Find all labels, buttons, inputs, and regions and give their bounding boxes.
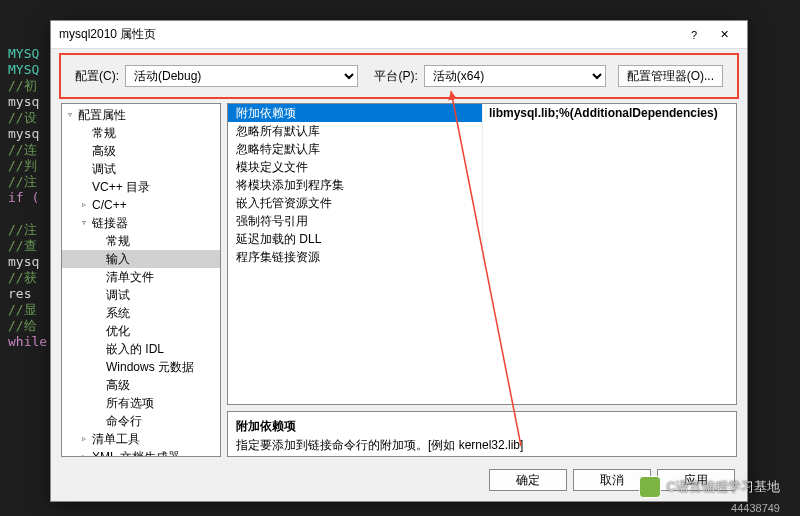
property-value[interactable] (483, 248, 736, 266)
platform-label: 平台(P): (374, 68, 417, 85)
property-value[interactable] (483, 176, 736, 194)
tree-item[interactable]: 输入 (62, 250, 220, 268)
titlebar: mysql2010 属性页 ? ✕ (51, 21, 747, 49)
property-list[interactable]: 附加依赖项libmysql.lib;%(AdditionalDependenci… (227, 103, 737, 405)
tree-item[interactable]: 高级 (62, 142, 220, 160)
tree-item[interactable]: 嵌入的 IDL (62, 340, 220, 358)
tree-item[interactable]: 清单文件 (62, 268, 220, 286)
tree-item-label: VC++ 目录 (92, 179, 150, 195)
category-tree[interactable]: ▿配置属性常规高级调试VC++ 目录▹C/C++▿链接器常规输入清单文件调试系统… (61, 103, 221, 457)
tree-item-label: 清单工具 (92, 431, 140, 447)
property-row[interactable]: 模块定义文件 (228, 158, 736, 176)
platform-select[interactable]: 活动(x64) (424, 65, 606, 87)
tree-item-label: 高级 (106, 377, 130, 393)
tree-item-label: 链接器 (92, 215, 128, 231)
tree-item[interactable]: ▿链接器 (62, 214, 220, 232)
tree-arrow-icon: ▿ (82, 215, 92, 231)
tree-item[interactable]: 调试 (62, 160, 220, 178)
tree-item-label: 调试 (92, 161, 116, 177)
property-name: 程序集链接资源 (228, 248, 483, 266)
help-button[interactable]: ? (679, 25, 709, 45)
tree-item-label: 命令行 (106, 413, 142, 429)
tree-item[interactable]: ▹C/C++ (62, 196, 220, 214)
tree-item[interactable]: 常规 (62, 124, 220, 142)
property-row[interactable]: 忽略特定默认库 (228, 140, 736, 158)
tree-item[interactable]: 所有选项 (62, 394, 220, 412)
tree-item[interactable]: ▹XML 文档生成器 (62, 448, 220, 457)
description-box: 附加依赖项 指定要添加到链接命令行的附加项。[例如 kernel32.lib] (227, 411, 737, 457)
property-name: 嵌入托管资源文件 (228, 194, 483, 212)
tree-item[interactable]: 常规 (62, 232, 220, 250)
watermark-text: C语言编程学习基地 (667, 478, 780, 496)
property-name: 附加依赖项 (228, 104, 483, 122)
property-value[interactable] (483, 158, 736, 176)
tree-item-label: 清单文件 (106, 269, 154, 285)
tree-item[interactable]: ▹清单工具 (62, 430, 220, 448)
property-value[interactable] (483, 194, 736, 212)
property-name: 强制符号引用 (228, 212, 483, 230)
tree-item-label: 常规 (106, 233, 130, 249)
property-name: 延迟加载的 DLL (228, 230, 483, 248)
tree-item-label: 系统 (106, 305, 130, 321)
property-row[interactable]: 将模块添加到程序集 (228, 176, 736, 194)
tree-item[interactable]: ▿配置属性 (62, 106, 220, 124)
property-value[interactable] (483, 140, 736, 158)
tree-item-label: XML 文档生成器 (92, 449, 180, 457)
tree-arrow-icon: ▿ (68, 107, 78, 123)
property-row[interactable]: 程序集链接资源 (228, 248, 736, 266)
property-row[interactable]: 嵌入托管资源文件 (228, 194, 736, 212)
property-value[interactable]: libmysql.lib;%(AdditionalDependencies) (483, 104, 736, 122)
tree-item-label: 嵌入的 IDL (106, 341, 164, 357)
tree-arrow-icon: ▹ (82, 431, 92, 447)
tree-item[interactable]: Windows 元数据 (62, 358, 220, 376)
property-value[interactable] (483, 212, 736, 230)
property-row[interactable]: 延迟加载的 DLL (228, 230, 736, 248)
config-label: 配置(C): (75, 68, 119, 85)
property-row[interactable]: 强制符号引用 (228, 212, 736, 230)
tree-item[interactable]: 系统 (62, 304, 220, 322)
tree-item-label: C/C++ (92, 197, 127, 213)
watermark: C语言编程学习基地 (639, 476, 780, 498)
property-value[interactable] (483, 230, 736, 248)
watermark-id: 44438749 (731, 502, 780, 514)
tree-item-label: 优化 (106, 323, 130, 339)
description-title: 附加依赖项 (236, 418, 728, 435)
close-button[interactable]: ✕ (709, 25, 739, 45)
property-name: 将模块添加到程序集 (228, 176, 483, 194)
tree-item-label: 常规 (92, 125, 116, 141)
tree-item[interactable]: 命令行 (62, 412, 220, 430)
tree-arrow-icon: ▹ (82, 449, 92, 457)
tree-item-label: 调试 (106, 287, 130, 303)
tree-item-label: 配置属性 (78, 107, 126, 123)
ok-button[interactable]: 确定 (489, 469, 567, 491)
tree-item[interactable]: 高级 (62, 376, 220, 394)
tree-item[interactable]: VC++ 目录 (62, 178, 220, 196)
tree-item[interactable]: 调试 (62, 286, 220, 304)
properties-dialog: mysql2010 属性页 ? ✕ 配置(C): 活动(Debug) 平台(P)… (50, 20, 748, 502)
property-name: 模块定义文件 (228, 158, 483, 176)
tree-item-label: 输入 (106, 251, 130, 267)
tree-item-label: Windows 元数据 (106, 359, 194, 375)
tree-item-label: 所有选项 (106, 395, 154, 411)
property-name: 忽略所有默认库 (228, 122, 483, 140)
property-row[interactable]: 附加依赖项libmysql.lib;%(AdditionalDependenci… (228, 104, 736, 122)
config-manager-button[interactable]: 配置管理器(O)... (618, 65, 723, 87)
config-select[interactable]: 活动(Debug) (125, 65, 358, 87)
property-row[interactable]: 忽略所有默认库 (228, 122, 736, 140)
tree-item-label: 高级 (92, 143, 116, 159)
wechat-icon (639, 476, 661, 498)
tree-item[interactable]: 优化 (62, 322, 220, 340)
config-bar: 配置(C): 活动(Debug) 平台(P): 活动(x64) 配置管理器(O)… (59, 53, 739, 99)
tree-arrow-icon: ▹ (82, 197, 92, 213)
property-name: 忽略特定默认库 (228, 140, 483, 158)
description-text: 指定要添加到链接命令行的附加项。[例如 kernel32.lib] (236, 437, 728, 454)
dialog-title: mysql2010 属性页 (59, 26, 679, 43)
property-value[interactable] (483, 122, 736, 140)
